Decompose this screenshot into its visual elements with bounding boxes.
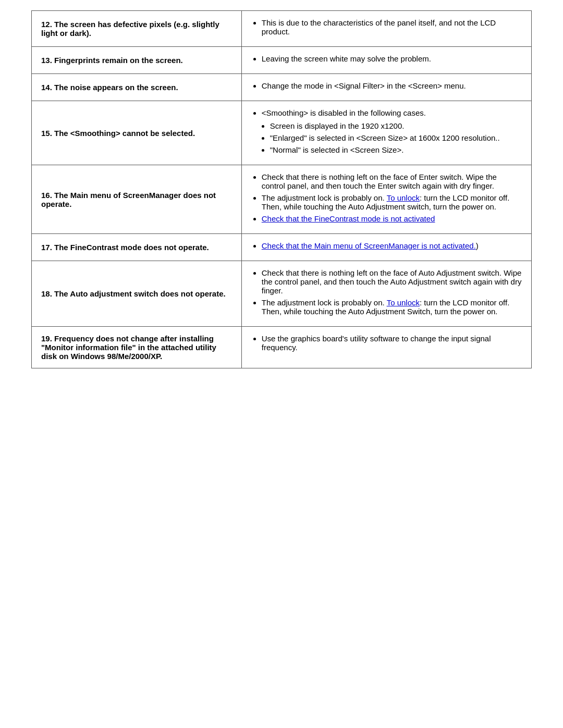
- mainmenu-link-17[interactable]: Check that the Main menu of ScreenManage…: [262, 241, 476, 250]
- problem-17: 17. The FineContrast mode does not opera…: [32, 234, 242, 261]
- row-17: 17. The FineContrast mode does not opera…: [32, 234, 532, 261]
- solution-19: Use the graphics board's utility softwar…: [241, 327, 531, 368]
- solution-12: This is due to the characteristics of th…: [241, 11, 531, 47]
- lock-text-16: The adjustment lock is probably on.: [262, 193, 387, 202]
- solution-13: Leaving the screen white may solve the p…: [241, 47, 531, 74]
- solution-18: Check that there is nothing left on the …: [241, 261, 531, 327]
- to-unlock-link-16[interactable]: To unlock: [387, 193, 420, 202]
- problem-13: 13. Fingerprints remain on the screen.: [32, 47, 242, 74]
- problem-19: 19. Frequency does not change after inst…: [32, 327, 242, 368]
- finecontrast-link-16[interactable]: Check that the FineContrast mode is not …: [262, 214, 435, 223]
- row-19: 19. Frequency does not change after inst…: [32, 327, 532, 368]
- problem-18: 18. The Auto adjustment switch does not …: [32, 261, 242, 327]
- problem-15: 15. The <Smoothing> cannot be selected.: [32, 101, 242, 165]
- solution-15: <Smoothing> is disabled in the following…: [241, 101, 531, 165]
- row-16: 16. The Main menu of ScreenManager does …: [32, 165, 532, 234]
- row-13: 13. Fingerprints remain on the screen. L…: [32, 47, 532, 74]
- row-18: 18. The Auto adjustment switch does not …: [32, 261, 532, 327]
- solution-16: Check that there is nothing left on the …: [241, 165, 531, 234]
- to-unlock-link-18[interactable]: To unlock: [387, 298, 420, 307]
- solution-14: Change the mode in <Signal Filter> in th…: [241, 74, 531, 101]
- problem-16: 16. The Main menu of ScreenManager does …: [32, 165, 242, 234]
- row-14: 14. The noise appears on the screen. Cha…: [32, 74, 532, 101]
- row-12: 12. The screen has defective pixels (e.g…: [32, 11, 532, 47]
- row-15: 15. The <Smoothing> cannot be selected. …: [32, 101, 532, 165]
- solution-17: Check that the Main menu of ScreenManage…: [241, 234, 531, 261]
- problem-14: 14. The noise appears on the screen.: [32, 74, 242, 101]
- lock-text-18: The adjustment lock is probably on.: [262, 298, 387, 307]
- problem-12: 12. The screen has defective pixels (e.g…: [32, 11, 242, 47]
